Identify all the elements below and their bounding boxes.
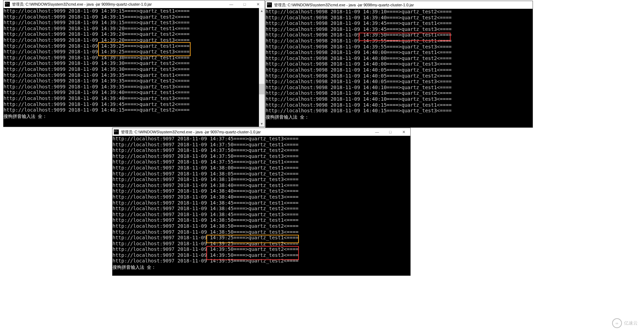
console-line: http://localhost:9097 2018-11-09 14:39:5… xyxy=(112,252,410,258)
console-line: http://localhost:9099 2018-11-09 14:39:3… xyxy=(4,66,265,72)
console-line: http://localhost:9098 2018-11-09 14:40:1… xyxy=(266,96,533,102)
console-line: http://localhost:9099 2018-11-09 14:39:3… xyxy=(4,84,265,90)
console-line: http://localhost:9099 2018-11-09 14:39:4… xyxy=(4,95,265,101)
scroll-up-icon[interactable]: ▲ xyxy=(259,8,265,14)
console-line: http://localhost:9097 2018-11-09 14:37:5… xyxy=(112,147,410,153)
console-line: http://localhost:9099 2018-11-09 14:39:3… xyxy=(4,72,265,78)
title-bar[interactable]: 管理员: C:\WINDOWS\system32\cmd.exe - java … xyxy=(4,0,265,8)
console-line: http://localhost:9099 2018-11-09 14:39:3… xyxy=(4,60,265,66)
console-line: http://localhost:9097 2018-11-09 14:37:5… xyxy=(112,142,410,148)
console-line: http://localhost:9098 2018-11-09 14:40:0… xyxy=(266,55,533,61)
ime-status: 搜狗拼音输入法 全： xyxy=(266,114,533,121)
console-line: http://localhost:9097 2018-11-09 14:38:4… xyxy=(112,200,410,206)
console-line: http://localhost:9099 2018-11-09 14:39:4… xyxy=(4,89,265,95)
minimize-button[interactable]: — xyxy=(225,0,238,8)
cmd-window-9099: 管理员: C:\WINDOWS\system32\cmd.exe - java … xyxy=(3,0,265,127)
console-line: http://localhost:9098 2018-11-09 14:40:0… xyxy=(266,61,533,67)
title-bar[interactable]: 管理员: C:\WINDOWS\system32\cmd.exe - java … xyxy=(266,1,533,9)
console-line: http://localhost:9097 2018-11-09 14:38:0… xyxy=(112,165,410,171)
scroll-thumb[interactable] xyxy=(259,84,265,94)
ime-status: 搜狗拼音输入法 全： xyxy=(112,264,410,271)
console-line: http://localhost:9098 2018-11-09 14:40:0… xyxy=(266,49,533,55)
console-line: http://localhost:9099 2018-11-09 14:39:2… xyxy=(4,43,265,49)
console-line: http://localhost:9099 2018-11-09 14:39:2… xyxy=(4,26,265,32)
window-title: 管理员: C:\WINDOWS\system32\cmd.exe - java … xyxy=(12,2,152,7)
console-line: http://localhost:9097 2018-11-09 14:38:4… xyxy=(112,182,410,188)
maximize-button[interactable]: □ xyxy=(384,128,397,136)
console-line: http://localhost:9098 2018-11-09 14:39:4… xyxy=(266,20,533,26)
console-line: http://localhost:9098 2018-11-09 14:40:1… xyxy=(266,85,533,91)
console-output[interactable]: http://localhost:9098 2018-11-09 14:39:1… xyxy=(266,9,533,121)
console-line: http://localhost:9097 2018-11-09 14:39:2… xyxy=(112,241,410,247)
console-line: http://localhost:9098 2018-11-09 14:40:0… xyxy=(266,67,533,73)
close-button[interactable]: ✕ xyxy=(397,128,410,136)
title-bar[interactable]: 管理员: C:\WINDOWS\system32\cmd.exe - java … xyxy=(112,128,410,136)
console-line: http://localhost:9099 2018-11-09 14:39:3… xyxy=(4,55,265,61)
watermark-text: 亿速云 xyxy=(624,320,638,326)
watermark-logo-icon: ∞ xyxy=(612,318,622,328)
window-controls: — □ ✕ xyxy=(225,0,265,8)
console-line: http://localhost:9099 2018-11-09 14:39:3… xyxy=(4,78,265,84)
console-line: http://localhost:9098 2018-11-09 14:40:1… xyxy=(266,108,533,114)
console-line: http://localhost:9097 2018-11-09 14:38:4… xyxy=(112,206,410,212)
console-line: http://localhost:9097 2018-11-09 14:38:0… xyxy=(112,171,410,177)
console-line: http://localhost:9097 2018-11-09 14:39:5… xyxy=(112,258,410,264)
console-line: http://localhost:9098 2018-11-09 14:39:4… xyxy=(266,26,533,32)
console-line: http://localhost:9098 2018-11-09 14:39:4… xyxy=(266,15,533,21)
console-line: http://localhost:9098 2018-11-09 14:39:5… xyxy=(266,32,533,38)
console-line: http://localhost:9097 2018-11-09 14:37:4… xyxy=(112,136,410,142)
console-line: http://localhost:9099 2018-11-09 14:39:1… xyxy=(4,8,265,14)
console-line: http://localhost:9097 2018-11-09 14:38:5… xyxy=(112,229,410,235)
maximize-button[interactable]: □ xyxy=(238,0,251,8)
console-line: http://localhost:9099 2018-11-09 14:39:2… xyxy=(4,31,265,37)
console-line: http://localhost:9097 2018-11-09 14:37:5… xyxy=(112,153,410,159)
scroll-down-icon[interactable]: ▼ xyxy=(259,121,265,127)
window-title: 管理员: C:\WINDOWS\system32\cmd.exe - java … xyxy=(274,2,414,8)
console-line: http://localhost:9097 2018-11-09 14:38:4… xyxy=(112,194,410,200)
console-line: http://localhost:9098 2018-11-09 14:39:1… xyxy=(266,9,533,15)
window-title: 管理员: C:\WINDOWS\system32\cmd.exe - java … xyxy=(121,129,261,135)
cmd-icon xyxy=(114,129,119,134)
console-line: http://localhost:9097 2018-11-09 14:38:1… xyxy=(112,177,410,182)
console-line: http://localhost:9099 2018-11-09 14:39:2… xyxy=(4,49,265,55)
console-output[interactable]: http://localhost:9097 2018-11-09 14:37:4… xyxy=(112,136,410,271)
console-line: http://localhost:9099 2018-11-09 14:39:1… xyxy=(4,14,265,20)
console-line: http://localhost:9098 2018-11-09 14:40:0… xyxy=(266,73,533,79)
cmd-window-9098: 管理员: C:\WINDOWS\system32\cmd.exe - java … xyxy=(265,1,533,128)
watermark: ∞ 亿速云 xyxy=(612,318,638,328)
console-line: http://localhost:9097 2018-11-09 14:38:5… xyxy=(112,223,410,229)
cmd-window-9097: 管理员: C:\WINDOWS\system32\cmd.exe - java … xyxy=(112,128,411,276)
console-line: http://localhost:9097 2018-11-09 14:37:5… xyxy=(112,159,410,165)
scrollbar[interactable]: ▲ ▼ xyxy=(259,8,265,127)
console-line: http://localhost:9098 2018-11-09 14:40:0… xyxy=(266,79,533,85)
minimize-button[interactable]: — xyxy=(370,128,384,136)
console-line: http://localhost:9097 2018-11-09 14:38:5… xyxy=(112,217,410,223)
console-line: http://localhost:9098 2018-11-09 14:39:5… xyxy=(266,38,533,44)
cmd-icon xyxy=(267,2,272,7)
console-line: http://localhost:9098 2018-11-09 14:40:1… xyxy=(266,102,533,108)
window-controls: — □ ✕ xyxy=(370,128,410,136)
console-line: http://localhost:9097 2018-11-09 14:38:4… xyxy=(112,188,410,194)
console-line: http://localhost:9097 2018-11-09 14:39:5… xyxy=(112,246,410,252)
console-line: http://localhost:9099 2018-11-09 14:39:1… xyxy=(4,20,265,26)
console-line: http://localhost:9098 2018-11-09 14:39:5… xyxy=(266,44,533,50)
cmd-icon xyxy=(5,2,10,7)
ime-status: 搜狗拼音输入法 全： xyxy=(4,113,265,120)
console-line: http://localhost:9098 2018-11-09 14:40:1… xyxy=(266,90,533,96)
console-line: http://localhost:9097 2018-11-09 14:39:2… xyxy=(112,235,410,241)
console-output[interactable]: http://localhost:9099 2018-11-09 14:39:1… xyxy=(4,8,265,120)
close-button[interactable]: ✕ xyxy=(251,0,265,8)
console-line: http://localhost:9099 2018-11-09 14:39:4… xyxy=(4,101,265,107)
console-line: http://localhost:9097 2018-11-09 14:38:4… xyxy=(112,212,410,218)
console-line: http://localhost:9099 2018-11-09 14:39:2… xyxy=(4,37,265,43)
console-line: http://localhost:9099 2018-11-09 14:40:1… xyxy=(4,107,265,113)
